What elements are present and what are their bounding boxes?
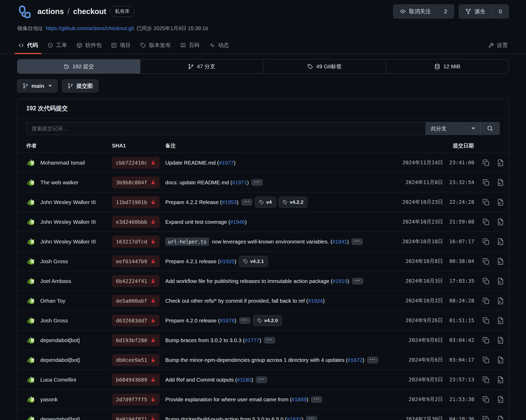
copy-sha-icon[interactable] (482, 356, 490, 364)
commit-pr-link[interactable]: #1925 (220, 258, 235, 264)
unlock-icon (150, 200, 156, 205)
commit-ellipsis-button[interactable]: ··· (351, 238, 363, 245)
commit-graph-button[interactable]: 提交图 (62, 79, 98, 92)
copy-sha-icon[interactable] (482, 317, 490, 324)
commit-tag-chip[interactable]: v4.2.0 (253, 315, 282, 326)
tab-activity[interactable]: 动态 (205, 38, 234, 54)
commit-sha-badge[interactable]: 3b9b8c884f (112, 177, 160, 188)
commit-tag-chip[interactable]: v4 (255, 197, 276, 208)
browse-source-icon[interactable] (497, 238, 504, 246)
browse-source-icon[interactable] (497, 218, 504, 226)
commit-ellipsis-button[interactable]: ··· (306, 416, 317, 420)
copy-sha-icon[interactable] (482, 376, 490, 384)
commit-sha-badge[interactable]: 6d193bf280 (112, 334, 160, 346)
commit-sha-badge[interactable]: 6b42224f41 (112, 275, 160, 287)
commit-pr-link[interactable]: #1872 (348, 357, 363, 363)
site-logo-icon[interactable] (17, 4, 32, 19)
commit-ellipsis-button[interactable]: ··· (264, 337, 275, 344)
browse-source-icon[interactable] (497, 415, 504, 420)
browse-source-icon[interactable] (497, 297, 504, 305)
browse-source-icon[interactable] (497, 277, 504, 285)
copy-sha-icon[interactable] (482, 258, 490, 265)
copy-sha-icon[interactable] (482, 336, 490, 344)
commit-ellipsis-button[interactable]: ··· (352, 278, 363, 284)
browse-source-icon[interactable] (497, 159, 504, 167)
commit-pr-link[interactable]: #1977 (219, 160, 234, 166)
stat-branches[interactable]: 47 分支 (140, 59, 263, 73)
copy-sha-icon[interactable] (482, 277, 490, 285)
browse-source-icon[interactable] (497, 336, 504, 344)
forks-count[interactable]: 0 (492, 5, 509, 18)
commit-tag-chip[interactable]: v4.2.2 (279, 197, 308, 208)
commit-ellipsis-button[interactable]: ··· (256, 376, 267, 383)
commit-pr-link[interactable]: #1953 (222, 199, 237, 205)
browse-source-icon[interactable] (497, 356, 504, 364)
tab-settings[interactable]: 设置 (483, 38, 512, 54)
repo-name-link[interactable]: checkout (73, 7, 106, 16)
browse-source-icon[interactable] (497, 179, 504, 186)
commit-author-name: Mohammad Ismail (40, 160, 85, 166)
stat-size[interactable]: 12 MiB (386, 59, 509, 73)
watchers-count[interactable]: 2 (437, 5, 454, 18)
tab-projects[interactable]: 项目 (106, 38, 135, 54)
commit-pr-link[interactable]: #1971 (232, 179, 247, 185)
browse-source-icon[interactable] (497, 396, 504, 403)
commit-sha-badge[interactable]: e3d2460bbb (112, 216, 160, 228)
copy-sha-icon[interactable] (482, 179, 490, 186)
commit-pr-link[interactable]: #1941 (332, 239, 347, 245)
stat-label: 12 MiB (443, 63, 460, 70)
commit-pr-link[interactable]: #1878 (220, 317, 235, 323)
search-button[interactable] (481, 122, 500, 135)
commit-sha-badge[interactable]: db0cee9a51 (112, 354, 160, 366)
commit-sha-badge[interactable]: 9a9194f871 (112, 413, 160, 420)
commit-pr-link[interactable]: #1946 (230, 219, 245, 225)
commit-ellipsis-button[interactable]: ··· (311, 396, 322, 403)
tab-issues[interactable]: 工单 (43, 38, 72, 54)
commit-pr-link[interactable]: #1919 (333, 278, 347, 284)
tab-code[interactable]: 代码 (14, 38, 43, 54)
commit-message-text: docs: update README.md (#1971) (165, 179, 249, 186)
commit-ellipsis-button[interactable]: ··· (239, 317, 251, 324)
copy-sha-icon[interactable] (482, 159, 490, 167)
commit-sha-badge[interactable]: d632683dd7 (112, 315, 160, 327)
branch-selector[interactable]: main (17, 79, 57, 92)
commit-pr-link[interactable]: #1777 (245, 337, 259, 343)
commit-pr-link[interactable]: #1924 (308, 298, 323, 304)
fork-button[interactable]: 派生 (459, 5, 492, 18)
copy-sha-icon[interactable] (482, 297, 490, 305)
commit-sha-badge[interactable]: de5a000abf (112, 295, 160, 307)
commit-tag-chip[interactable]: v4.2.1 (239, 256, 268, 267)
commit-sha-badge[interactable]: eef61447b9 (112, 255, 160, 267)
copy-sha-icon[interactable] (482, 198, 490, 206)
browse-source-icon[interactable] (497, 317, 504, 324)
commit-ellipsis-button[interactable]: ··· (251, 179, 263, 186)
commit-pr-link[interactable]: #1180 (237, 377, 251, 383)
browse-source-icon[interactable] (497, 258, 504, 265)
stat-commits[interactable]: 192 提交 (17, 59, 140, 73)
mirror-url-link[interactable]: https://github.com/actions/checkout.git (46, 25, 134, 31)
commit-sha-badge[interactable]: cbb722410c (112, 157, 160, 169)
commit-ellipsis-button[interactable]: ··· (241, 199, 253, 206)
commit-ellipsis-button[interactable]: ··· (367, 357, 378, 363)
search-scope-dropdown[interactable]: 此分支 (425, 122, 481, 135)
stat-tags[interactable]: 49 Git标签 (263, 59, 386, 73)
browse-source-icon[interactable] (497, 376, 504, 384)
commit-sha-badge[interactable]: 2d7d9f7ff5 (112, 394, 160, 405)
search-input[interactable] (26, 122, 425, 135)
browse-source-icon[interactable] (497, 198, 504, 206)
tab-releases[interactable]: 版本发布 (135, 38, 175, 54)
unwatch-button[interactable]: 取消关注 (393, 5, 437, 18)
commit-sha-badge[interactable]: 163217dfcd (112, 236, 160, 248)
repo-owner-link[interactable]: actions (37, 7, 64, 16)
copy-sha-icon[interactable] (482, 238, 490, 246)
tab-packages[interactable]: 软件包 (72, 38, 106, 54)
copy-sha-icon[interactable] (482, 396, 490, 403)
commit-sha-badge[interactable]: b684943689 (112, 374, 160, 386)
commit-pr-link[interactable]: #1832 (287, 416, 301, 420)
tab-wiki[interactable]: 百科 (175, 38, 205, 54)
copy-sha-icon[interactable] (482, 415, 490, 420)
copy-sha-icon[interactable] (482, 218, 490, 226)
commit-sha-cell: de5a000abf (112, 295, 165, 307)
commit-pr-link[interactable]: #1869 (292, 396, 307, 402)
commit-sha-badge[interactable]: 11bd71901b (112, 196, 160, 208)
